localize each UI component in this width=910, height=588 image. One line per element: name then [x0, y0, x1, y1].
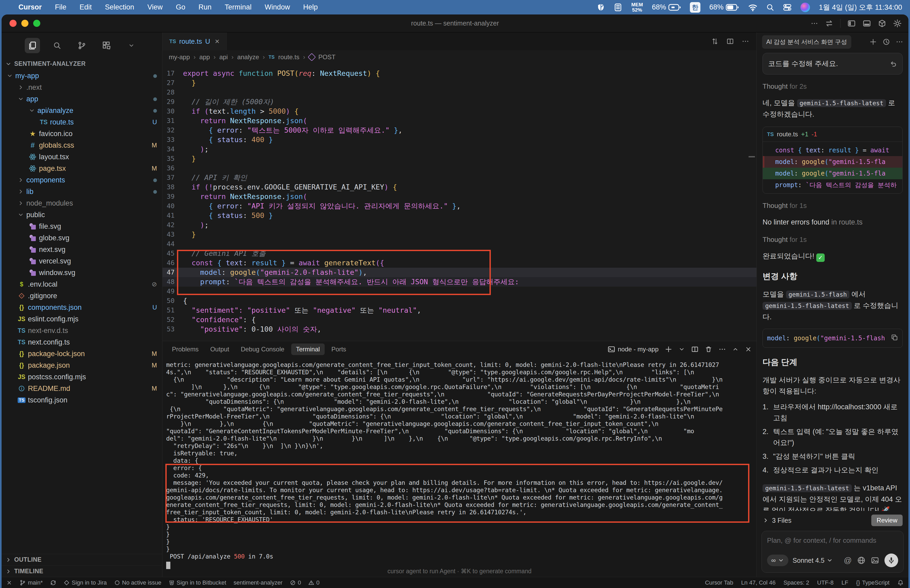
status-item-spaces-2[interactable]: Spaces: 2	[784, 579, 810, 586]
user-message[interactable]: 코드를 수정해 주세요.	[763, 53, 903, 74]
tree-item-node_modules[interactable]: node_modules	[2, 197, 162, 209]
tree-item-.next[interactable]: .next	[2, 82, 162, 93]
tree-item-app[interactable]: app	[2, 93, 162, 105]
menu-cursor[interactable]: Cursor	[18, 3, 42, 11]
tree-item-next.config.ts[interactable]: TSnext.config.ts	[2, 336, 162, 348]
siri-icon[interactable]	[800, 3, 810, 12]
code-snippet-card[interactable]: model: google("gemini-1.5-flash	[763, 329, 903, 348]
breadcrumb-item[interactable]: app	[199, 53, 210, 61]
tree-item-next-env.d.ts[interactable]: TSnext-env.d.ts	[2, 325, 162, 336]
sidebar-section-timeline[interactable]: TIMELINE	[2, 565, 162, 577]
tree-item-favicon.ico[interactable]: ★favicon.ico	[2, 128, 162, 139]
panel-tab-debug-console[interactable]: Debug Console	[236, 344, 289, 355]
diff-icon[interactable]	[711, 38, 719, 45]
panel-tab-problems[interactable]: Problems	[167, 344, 203, 355]
menu-clock[interactable]: 1월 4일 (일) 오후 11:34:00	[819, 3, 902, 12]
status-item-ln-47-col-46[interactable]: Ln 47, Col 46	[741, 579, 776, 586]
tree-item-file.svg[interactable]: file.svg	[2, 221, 162, 232]
wifi-icon[interactable]	[748, 3, 757, 12]
tree-item-.env.local[interactable]: $.env.local⊘	[2, 278, 162, 290]
status-item-cursor-tab[interactable]: Cursor Tab	[705, 579, 733, 586]
status-item[interactable]	[897, 580, 904, 586]
tree-item-page.tsx[interactable]: page.tsxM	[2, 163, 162, 174]
status-item-sign-in-to-bitbucket[interactable]: Sign in to Bitbucket	[169, 579, 226, 586]
minimize-window-button[interactable]	[21, 20, 28, 27]
plus-icon[interactable]	[665, 346, 672, 353]
activity-source-control-icon[interactable]	[74, 38, 89, 53]
menu-window[interactable]: Window	[265, 3, 290, 11]
model-selector[interactable]: Sonnet 4.5	[792, 557, 833, 564]
terminal-output[interactable]: metric: generativelanguage.googleapis.co…	[162, 357, 756, 577]
tree-item-route.ts[interactable]: TSroute.tsU	[2, 116, 162, 128]
swap-icon[interactable]	[825, 19, 833, 27]
plus-icon[interactable]	[870, 38, 877, 45]
copy-icon[interactable]	[891, 334, 898, 341]
terminal-session[interactable]: node - my-app	[608, 346, 659, 353]
status-item-0[interactable]: 0	[290, 579, 301, 586]
gear-icon[interactable]	[893, 19, 902, 27]
status-item-typescript[interactable]: {}TypeScript	[856, 579, 889, 586]
zoom-window-button[interactable]	[33, 20, 40, 27]
changed-files-row[interactable]: 3 Files Review	[757, 511, 908, 530]
split-icon[interactable]	[691, 346, 698, 353]
shield-icon[interactable]	[597, 3, 605, 11]
panel-tab-ports[interactable]: Ports	[327, 344, 351, 355]
box-icon[interactable]	[878, 19, 886, 27]
status-item-sign-in-to-jira[interactable]: Sign in to Jira	[64, 579, 107, 586]
tree-item-lib[interactable]: lib	[2, 186, 162, 197]
status-item-sentiment-analyzer[interactable]: sentiment-analyzer	[234, 579, 283, 586]
activity-chevron-down-icon[interactable]	[124, 38, 139, 53]
menu-go[interactable]: Go	[176, 3, 185, 11]
tree-item-my-app[interactable]: my-app	[2, 70, 162, 82]
review-button[interactable]: Review	[871, 515, 903, 526]
tree-item-package.json[interactable]: {}package.jsonM	[2, 360, 162, 371]
menu-help[interactable]: Help	[303, 3, 318, 11]
thought-label[interactable]: Thought for 2s	[763, 82, 903, 90]
code-editor[interactable]: 17export async function POST(req: NextRe…	[162, 64, 756, 341]
breadcrumb-item[interactable]: analyze	[237, 53, 259, 61]
menu-run[interactable]: Run	[199, 3, 212, 11]
tree-item-api/analyze[interactable]: api/analyze	[2, 105, 162, 116]
breadcrumb-file[interactable]: route.ts	[278, 53, 299, 61]
tree-item-postcss.config.mjs[interactable]: JSpostcss.config.mjs	[2, 371, 162, 383]
split-icon[interactable]	[726, 38, 734, 45]
close-window-button[interactable]	[10, 20, 16, 27]
tree-item-tsconfig.json[interactable]: TStsconfig.json	[2, 394, 162, 406]
history-icon[interactable]	[883, 38, 890, 45]
status-item-utf-8[interactable]: UTF-8	[817, 579, 833, 586]
sidebar-section-outline[interactable]: OUTLINE	[2, 554, 162, 565]
tree-item-globals.css[interactable]: #globals.cssM	[2, 139, 162, 151]
menu-selection[interactable]: Selection	[105, 3, 134, 11]
thought-label[interactable]: Thought for 1s	[763, 236, 903, 244]
tree-item-.gitignore[interactable]: .gitignore	[2, 290, 162, 302]
mic-icon[interactable]	[884, 554, 898, 567]
at-icon[interactable]: @	[844, 556, 852, 565]
chat-session-tab[interactable]: AI 감성 분석 서비스 화면 구성	[762, 35, 851, 49]
tree-item-package-lock.json[interactable]: {}package-lock.jsonM	[2, 348, 162, 360]
activity-extensions-icon[interactable]	[99, 38, 114, 53]
trash-icon[interactable]	[705, 346, 712, 353]
tree-item-vercel.svg[interactable]: vercel.svg	[2, 255, 162, 267]
image-icon[interactable]	[871, 556, 879, 565]
globe-icon[interactable]	[857, 556, 865, 565]
menu-view[interactable]: View	[147, 3, 163, 11]
menu-file[interactable]: File	[55, 3, 66, 11]
status-item-main-[interactable]: main*	[19, 579, 43, 586]
panel-bottom-icon[interactable]	[863, 19, 871, 27]
status-item-lf[interactable]: LF	[842, 579, 849, 586]
chevron-down-icon[interactable]	[679, 346, 685, 352]
more-icon[interactable]	[811, 20, 818, 27]
tree-item-next.svg[interactable]: next.svg	[2, 244, 162, 255]
panel-tab-terminal[interactable]: Terminal	[291, 344, 325, 355]
tree-item-public[interactable]: public	[2, 209, 162, 221]
tree-item-components.json[interactable]: {}components.jsonU	[2, 302, 162, 313]
battery-indicator[interactable]: 68%	[710, 3, 739, 11]
breadcrumb-item[interactable]: api	[219, 53, 228, 61]
memory-indicator[interactable]: MEM52%	[631, 2, 643, 13]
more-icon[interactable]	[742, 38, 749, 45]
more-icon[interactable]	[896, 38, 903, 45]
stats-icon[interactable]	[614, 3, 622, 11]
close-icon[interactable]	[745, 346, 752, 353]
panel-left-icon[interactable]	[847, 19, 856, 27]
tree-item-eslint.config.mjs[interactable]: JSeslint.config.mjs	[2, 313, 162, 325]
